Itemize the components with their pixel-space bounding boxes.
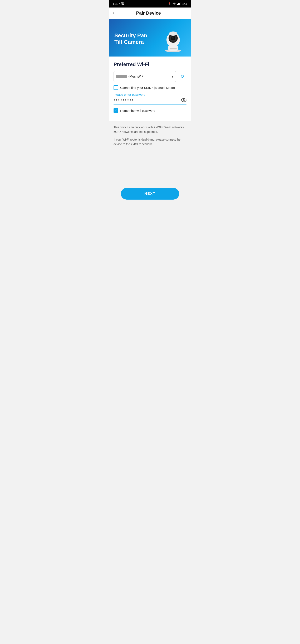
svg-point-12 [169,32,177,36]
wifi-select-row: -MeshWiFi ▾ ↻ [114,71,186,82]
remember-row: Remember wifi password [114,108,186,113]
camera-svg [162,27,185,52]
spacer [109,151,191,184]
info-text-2: If your Wi-Fi router is dual-band, pleas… [114,137,186,146]
info-text-1: This device can only work with 2.4GHz Wi… [114,125,186,134]
remember-label: Remember wifi password [120,109,155,112]
password-input[interactable] [114,98,179,102]
wifi-name: -MeshWiFi [128,75,144,78]
photo-icon: 🖼 [121,2,124,6]
back-icon: ‹ [113,10,114,16]
battery-text: 82% [182,2,187,6]
svg-rect-2 [179,3,180,5]
back-button[interactable]: ‹ [113,11,114,16]
status-right: 📍 82% [168,2,187,6]
refresh-icon: ↻ [181,74,184,79]
wifi-value: -MeshWiFi [116,75,144,78]
remember-password-checkbox[interactable] [114,108,118,113]
main-content: Preferred Wi-Fi -MeshWiFi ▾ ↻ Cannot fin… [109,56,191,121]
svg-rect-3 [180,2,180,5]
nav-bar: ‹ Pair Device [109,8,191,19]
next-button[interactable]: NEXT [121,188,179,200]
time: 11:27 [113,2,120,6]
svg-point-16 [183,100,184,100]
svg-rect-1 [178,3,179,5]
location-icon: 📍 [168,2,171,6]
wifi-icon [172,2,176,6]
chevron-down-icon: ▾ [171,74,173,79]
status-left: 11:27 🖼 [113,2,124,6]
show-password-button[interactable] [181,98,186,102]
svg-point-11 [171,37,173,38]
hero-banner: Security Pan Tilt Camera [109,19,191,56]
wifi-section-title: Preferred Wi-Fi [114,62,186,67]
wifi-redacted-block [116,75,127,78]
page-title: Pair Device [117,10,180,16]
refresh-button[interactable]: ↻ [179,72,186,80]
info-section: This device can only work with 2.4GHz Wi… [109,121,191,151]
signal-icon [177,2,181,6]
next-button-container: NEXT [109,184,191,206]
product-name: Security Pan Tilt Camera [114,32,152,45]
eye-icon [181,98,186,102]
camera-image [161,25,186,52]
manual-mode-label: Cannot find your SSID? (Manual Mode) [120,86,175,90]
status-bar: 11:27 🖼 📍 82% [109,0,191,8]
svg-rect-0 [177,4,178,5]
manual-mode-row: Cannot find your SSID? (Manual Mode) [114,85,186,90]
wifi-dropdown[interactable]: -MeshWiFi ▾ [114,71,176,82]
manual-mode-checkbox[interactable] [114,85,118,90]
password-label: Please enter password [114,93,186,96]
svg-rect-13 [170,48,177,50]
password-input-row [114,98,186,104]
